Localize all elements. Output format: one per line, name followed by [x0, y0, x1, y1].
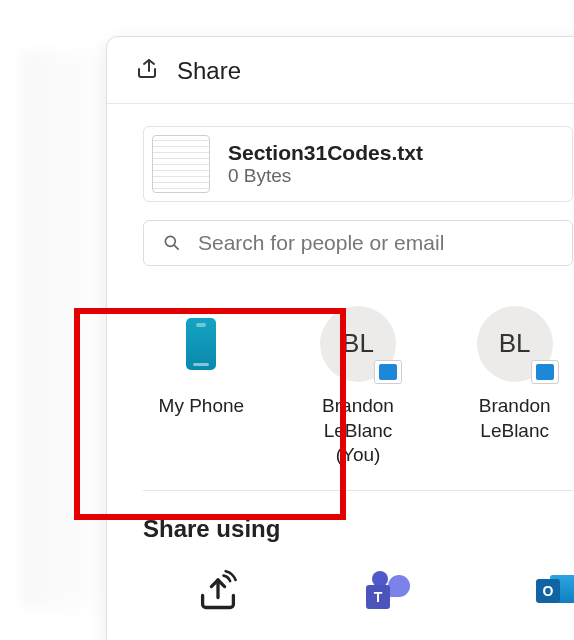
phone-icon [163, 306, 239, 382]
file-size: 0 Bytes [228, 165, 423, 187]
app-nearby-sharing[interactable] [183, 561, 253, 621]
search-input[interactable]: Search for people or email [143, 220, 573, 266]
target-label-2: LeBlanc [456, 419, 573, 444]
target-label: My Phone [143, 394, 260, 419]
share-using-apps-row: T O [143, 561, 574, 621]
svg-line-1 [174, 245, 179, 250]
nearby-sharing-icon [196, 569, 240, 613]
share-dialog: Share Section31Codes.txt 0 Bytes Search … [106, 36, 574, 640]
file-name: Section31Codes.txt [228, 141, 423, 165]
app-teams[interactable]: T [353, 561, 423, 621]
avatar-initials: BL [342, 327, 374, 361]
avatar: BL [477, 306, 553, 382]
background-ghost-page [20, 50, 120, 610]
search-placeholder: Search for people or email [198, 231, 444, 255]
dialog-header: Share [107, 37, 574, 104]
share-icon [135, 57, 159, 85]
outlook-icon: O [536, 571, 574, 611]
avatar-initials: BL [499, 327, 531, 361]
search-icon [162, 233, 182, 253]
teams-icon: T [366, 571, 410, 611]
avatar: BL [320, 306, 396, 382]
share-using-heading: Share using [143, 515, 574, 543]
target-label-2: LeBlanc (You) [300, 419, 417, 468]
target-my-phone[interactable]: My Phone [143, 306, 260, 468]
target-label: Brandon [300, 394, 417, 419]
share-targets-row: My Phone BL Brandon LeBlanc (You) BL [143, 306, 573, 491]
target-label: Brandon [456, 394, 573, 419]
dialog-body: Section31Codes.txt 0 Bytes Search for pe… [107, 104, 574, 640]
file-text-icon [152, 135, 210, 193]
file-meta: Section31Codes.txt 0 Bytes [228, 141, 423, 187]
svg-point-0 [165, 236, 175, 246]
target-contact-1[interactable]: BL Brandon LeBlanc [456, 306, 573, 468]
dialog-title: Share [177, 57, 241, 85]
outlook-badge-icon [374, 360, 402, 384]
app-outlook[interactable]: O [523, 561, 574, 621]
file-card[interactable]: Section31Codes.txt 0 Bytes [143, 126, 573, 202]
outlook-badge-icon [531, 360, 559, 384]
target-contact-you[interactable]: BL Brandon LeBlanc (You) [300, 306, 417, 468]
